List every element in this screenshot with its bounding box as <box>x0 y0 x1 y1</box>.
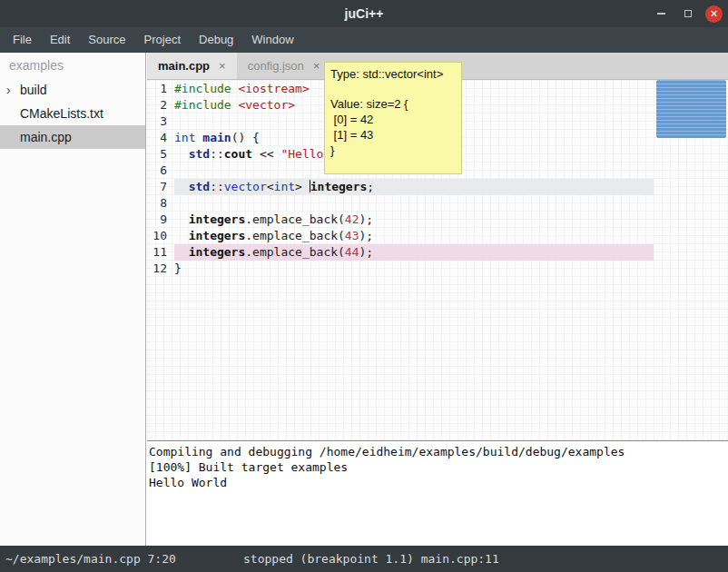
code-line[interactable]: 10 integers.emplace_back(43); <box>147 228 728 244</box>
line-number[interactable]: 11 <box>147 244 174 261</box>
menu-item-project[interactable]: Project <box>135 27 190 53</box>
line-content <box>174 195 654 212</box>
project-name: examples <box>0 53 145 78</box>
line-number[interactable]: 8 <box>147 195 174 212</box>
code-token: std <box>189 147 210 161</box>
code-token: . <box>245 212 252 226</box>
menu-item-edit[interactable]: Edit <box>41 27 79 53</box>
code-token: ); <box>359 245 374 259</box>
tooltip-value-lines: Value: size=2 { [0] = 42 [1] = 43} <box>330 96 456 158</box>
line-number[interactable]: 6 <box>147 163 174 179</box>
menu-item-file[interactable]: File <box>4 27 41 53</box>
line-number[interactable]: 9 <box>147 212 174 228</box>
close-icon: ✕ <box>710 9 718 19</box>
code-token: integers <box>189 212 246 226</box>
code-token: () { <box>231 131 260 144</box>
expander-icon[interactable]: › <box>6 78 11 102</box>
line-number[interactable]: 10 <box>147 228 174 244</box>
code-token: std <box>189 180 210 193</box>
tab-label: main.cpp <box>158 59 210 73</box>
maximize-button[interactable] <box>678 4 698 24</box>
minimap[interactable] <box>654 80 728 440</box>
debug-value-tooltip: Type: std::vector<int> Value: size=2 { [… <box>324 62 462 174</box>
code-token: ( <box>338 212 345 226</box>
code-token: 43 <box>345 229 359 242</box>
code-token: ); <box>359 212 374 226</box>
file-name: main.cpp <box>20 130 72 144</box>
code-token: > <box>295 180 310 193</box>
code-token: <iostream> <box>238 82 309 95</box>
tooltip-value-line: } <box>330 143 456 158</box>
code-line[interactable]: 12} <box>147 261 728 277</box>
tab-config-json[interactable]: config.json× <box>237 53 331 79</box>
code-token: :: <box>210 147 224 161</box>
code-line[interactable]: 11 integers.emplace_back(44); <box>147 244 728 261</box>
output-lines: Compiling and debugging /home/eidheim/ex… <box>149 444 728 490</box>
code-line[interactable]: 7 std::vector<int> integers; <box>147 179 728 195</box>
code-token: emplace_back <box>252 212 338 226</box>
line-content: integers.emplace_back(42); <box>174 212 654 228</box>
menu-item-window[interactable]: Window <box>242 27 302 53</box>
titlebar[interactable]: juCi++ ✕ <box>0 0 728 27</box>
file-name: build <box>20 83 47 97</box>
code-token: cout <box>224 147 252 161</box>
code-token <box>174 180 189 193</box>
menu-item-source[interactable]: Source <box>79 27 134 53</box>
code-token: integers <box>189 245 246 259</box>
maximize-icon <box>684 10 692 17</box>
minimize-button[interactable] <box>651 4 671 24</box>
line-number[interactable]: 4 <box>147 130 174 146</box>
code-token <box>174 147 189 161</box>
line-number[interactable]: 5 <box>147 146 174 163</box>
sidebar-item-build[interactable]: ›build <box>0 78 145 102</box>
line-content: std::vector<int> integers; <box>174 179 654 195</box>
sidebar-item-cmakelists-txt[interactable]: CMakeLists.txt <box>0 102 145 125</box>
code-token: << <box>252 147 280 161</box>
tooltip-value-line: [0] = 42 <box>330 112 456 127</box>
code-token <box>174 212 189 226</box>
close-button[interactable]: ✕ <box>705 5 723 23</box>
line-content: integers.emplace_back(44); <box>174 244 654 261</box>
status-debug-state: stopped (breakpoint 1.1) main.cpp:11 <box>243 546 499 572</box>
line-number[interactable]: 2 <box>147 97 174 113</box>
code-token: main <box>202 131 231 144</box>
line-number[interactable]: 7 <box>147 179 174 195</box>
code-token <box>174 229 189 242</box>
line-content: integers.emplace_back(43); <box>174 228 654 244</box>
window-title: juCi++ <box>345 6 384 21</box>
menu-item-debug[interactable]: Debug <box>190 27 242 53</box>
output-panel[interactable]: Compiling and debugging /home/eidheim/ex… <box>147 440 728 546</box>
tooltip-value-line: [1] = 43 <box>330 127 456 143</box>
sidebar-item-main-cpp[interactable]: main.cpp <box>0 125 145 149</box>
tab-main-cpp[interactable]: main.cpp× <box>147 53 237 79</box>
file-tree-items: ›buildCMakeLists.txtmain.cpp <box>0 78 145 149</box>
code-line[interactable]: 9 integers.emplace_back(42); <box>147 212 728 228</box>
line-number[interactable]: 12 <box>147 261 174 277</box>
line-number[interactable]: 3 <box>147 113 174 130</box>
code-token <box>174 245 189 259</box>
minimap-slider[interactable] <box>656 80 726 138</box>
code-token: . <box>245 245 252 259</box>
status-file-position: ~/examples/main.cpp 7:20 <box>5 546 176 572</box>
code-token: < <box>267 180 274 193</box>
code-line[interactable]: 8 <box>147 195 728 212</box>
tab-close-icon[interactable]: × <box>313 59 320 73</box>
tab-close-icon[interactable]: × <box>219 59 226 73</box>
tooltip-gap <box>330 82 456 96</box>
code-token: <vector> <box>238 98 295 112</box>
line-number[interactable]: 1 <box>147 81 174 97</box>
code-token: . <box>245 229 252 242</box>
code-token: ; <box>367 180 374 193</box>
file-tree: examples ›buildCMakeLists.txtmain.cpp <box>0 53 146 546</box>
window-controls: ✕ <box>651 0 723 27</box>
tooltip-value-line: Value: size=2 { <box>330 96 456 112</box>
code-token: emplace_back <box>252 245 338 259</box>
code-token: #include <box>174 82 231 95</box>
output-line: [100%] Built target examples <box>149 459 728 475</box>
status-bar: ~/examples/main.cpp 7:20 stopped (breakp… <box>0 546 728 572</box>
code-token: 44 <box>345 245 359 259</box>
code-token: integers <box>189 229 246 242</box>
code-token: int <box>274 180 295 193</box>
minimize-icon <box>657 13 665 15</box>
code-token: emplace_back <box>252 229 338 242</box>
